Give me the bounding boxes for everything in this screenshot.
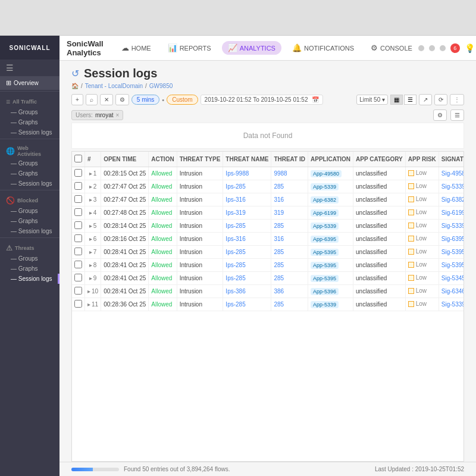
nav-analytics[interactable]: 📈 ANALYTICS bbox=[222, 41, 281, 55]
row-threat-name-6[interactable]: Ips-285 bbox=[223, 246, 271, 259]
col-app-category[interactable]: APP CATEGORY bbox=[353, 152, 406, 167]
row-threat-id-10[interactable]: 285 bbox=[271, 298, 308, 311]
sidebar-item-overview[interactable]: ⊞ Overview bbox=[0, 76, 60, 90]
row-checkbox-7[interactable] bbox=[72, 259, 85, 272]
row-checkbox-5[interactable] bbox=[72, 233, 85, 246]
notification-badge[interactable]: 6 bbox=[450, 43, 460, 53]
user-settings-icon[interactable]: 💡 bbox=[465, 43, 475, 53]
custom-time-pill[interactable]: Custom bbox=[167, 95, 198, 105]
row-app-0[interactable]: App-49580 bbox=[308, 167, 353, 180]
row-threat-name-9[interactable]: Ips-386 bbox=[223, 285, 271, 298]
row-sig-4[interactable]: Sig-5339 bbox=[439, 220, 464, 233]
row-threat-id-5[interactable]: 316 bbox=[271, 233, 308, 246]
row-checkbox-10[interactable] bbox=[72, 298, 85, 311]
settings-button[interactable]: ⚙ bbox=[115, 94, 129, 105]
add-filter-button[interactable]: + bbox=[71, 94, 83, 105]
row-threat-name-4[interactable]: Ips-285 bbox=[223, 220, 271, 233]
col-threat-id[interactable]: THREAT ID bbox=[271, 152, 308, 167]
refresh-button[interactable]: ⟳ bbox=[434, 94, 447, 105]
date-range-input[interactable]: 2019-10-22 01:52 To 2019-10-25 01:52 📅 bbox=[201, 95, 324, 105]
sidebar-category-web[interactable]: 🌐 Web Activities bbox=[0, 142, 60, 158]
sidebar-sub-web-graphs[interactable]: — Graphs bbox=[0, 168, 60, 178]
row-app-1[interactable]: App-5339 bbox=[308, 180, 353, 193]
row-checkbox-2[interactable] bbox=[72, 193, 85, 206]
row-app-10[interactable]: App-5339 bbox=[308, 298, 353, 311]
row-app-9[interactable]: App-5396 bbox=[308, 285, 353, 298]
row-app-6[interactable]: App-5395 bbox=[308, 246, 353, 259]
list-view-button[interactable]: ☰ bbox=[404, 95, 416, 105]
nav-reports[interactable]: 📊 REPORTS bbox=[162, 41, 217, 55]
nav-home[interactable]: ☁ HOME bbox=[115, 41, 157, 55]
sidebar-sub-all-groups[interactable]: — Groups bbox=[0, 107, 60, 117]
search-button[interactable]: ⌕ bbox=[86, 94, 98, 105]
row-sig-9[interactable]: Sig-6346 bbox=[439, 285, 464, 298]
row-checkbox-1[interactable] bbox=[72, 180, 85, 193]
session-logs-table[interactable]: # OPEN TIME ACTION THREAT TYPE THREAT NA… bbox=[71, 151, 464, 462]
row-checkbox-9[interactable] bbox=[72, 285, 85, 298]
sidebar-sub-blocked-sessions[interactable]: — Session logs bbox=[0, 226, 60, 236]
col-app-risk[interactable]: APP RISK bbox=[405, 152, 439, 167]
filter-close-button[interactable]: × bbox=[115, 112, 119, 118]
row-threat-name-10[interactable]: Ips-285 bbox=[223, 298, 271, 311]
row-threat-name-8[interactable]: Ips-285 bbox=[223, 272, 271, 285]
row-app-4[interactable]: App-5339 bbox=[308, 220, 353, 233]
row-threat-id-8[interactable]: 285 bbox=[271, 272, 308, 285]
col-application[interactable]: APPLICATION bbox=[308, 152, 353, 167]
row-app-8[interactable]: App-5395 bbox=[308, 272, 353, 285]
row-sig-0[interactable]: Sig-49580 bbox=[439, 167, 464, 180]
row-threat-id-0[interactable]: 9988 bbox=[271, 167, 308, 180]
col-open-time[interactable]: OPEN TIME bbox=[101, 152, 149, 167]
row-threat-name-1[interactable]: Ips-285 bbox=[223, 180, 271, 193]
export-button[interactable]: ↗ bbox=[419, 94, 432, 105]
col-checkbox[interactable] bbox=[72, 152, 85, 167]
row-sig-3[interactable]: Sig-6199 bbox=[439, 206, 464, 220]
row-sig-7[interactable]: Sig-5395 bbox=[439, 259, 464, 272]
col-num[interactable]: # bbox=[85, 152, 101, 167]
sidebar-sub-web-sessions[interactable]: — Session logs bbox=[0, 178, 60, 189]
row-checkbox-0[interactable] bbox=[72, 167, 85, 180]
row-sig-1[interactable]: Sig-5339 bbox=[439, 180, 464, 193]
row-threat-name-5[interactable]: Ips-316 bbox=[223, 233, 271, 246]
row-threat-name-2[interactable]: Ips-316 bbox=[223, 193, 271, 206]
row-sig-10[interactable]: Sig-5339 bbox=[439, 298, 464, 311]
sidebar-sub-all-sessions[interactable]: — Session logs bbox=[0, 127, 60, 137]
row-threat-id-3[interactable]: 319 bbox=[271, 206, 308, 220]
sidebar-sub-threats-groups[interactable]: — Groups bbox=[0, 253, 60, 264]
row-checkbox-4[interactable] bbox=[72, 220, 85, 233]
filter-toggle-button[interactable]: ☰ bbox=[450, 109, 464, 121]
sidebar-category-threats[interactable]: ⚠ Threats bbox=[0, 240, 60, 253]
row-threat-name-0[interactable]: Ips-9988 bbox=[223, 167, 271, 180]
row-sig-6[interactable]: Sig-5395 bbox=[439, 246, 464, 259]
row-checkbox-6[interactable] bbox=[72, 246, 85, 259]
row-threat-id-2[interactable]: 316 bbox=[271, 193, 308, 206]
nav-notifications[interactable]: 🔔 NOTIFICATIONS bbox=[286, 41, 360, 55]
hamburger-menu[interactable]: ☰ bbox=[0, 60, 60, 76]
row-threat-name-7[interactable]: Ips-285 bbox=[223, 259, 271, 272]
row-app-7[interactable]: App-5395 bbox=[308, 259, 353, 272]
breadcrumb-gw[interactable]: GW9850 bbox=[149, 83, 173, 89]
row-app-5[interactable]: App-6395 bbox=[308, 233, 353, 246]
grid-view-button[interactable]: ▦ bbox=[390, 95, 403, 105]
breadcrumb-tenant[interactable]: Tenant - LocalDomain bbox=[85, 83, 143, 89]
row-threat-id-6[interactable]: 285 bbox=[271, 246, 308, 259]
clear-button[interactable]: ✕ bbox=[100, 94, 113, 105]
sidebar-sub-blocked-graphs[interactable]: — Graphs bbox=[0, 216, 60, 226]
row-sig-2[interactable]: Sig-6382 bbox=[439, 193, 464, 206]
row-checkbox-8[interactable] bbox=[72, 272, 85, 285]
col-action[interactable]: ACTION bbox=[149, 152, 177, 167]
row-checkbox-3[interactable] bbox=[72, 206, 85, 220]
row-sig-5[interactable]: Sig-6395 bbox=[439, 233, 464, 246]
refresh-title-icon[interactable]: ↺ bbox=[71, 68, 79, 79]
sidebar-sub-web-groups[interactable]: — Groups bbox=[0, 158, 60, 168]
filter-settings-button[interactable]: ⚙ bbox=[433, 109, 447, 121]
row-threat-name-3[interactable]: Ips-319 bbox=[223, 206, 271, 220]
col-signature[interactable]: SIGNATURE bbox=[439, 152, 464, 167]
row-threat-id-9[interactable]: 386 bbox=[271, 285, 308, 298]
more-options-button[interactable]: ⋮ bbox=[450, 94, 464, 105]
row-sig-8[interactable]: Sig-5345 bbox=[439, 272, 464, 285]
nav-console[interactable]: ⚙ CONSOLE bbox=[365, 41, 418, 55]
sidebar-category-all-traffic[interactable]: ≡ All Traffic bbox=[0, 94, 60, 107]
row-threat-id-7[interactable]: 285 bbox=[271, 259, 308, 272]
select-all-checkbox[interactable] bbox=[74, 155, 82, 162]
row-app-2[interactable]: App-6382 bbox=[308, 193, 353, 206]
